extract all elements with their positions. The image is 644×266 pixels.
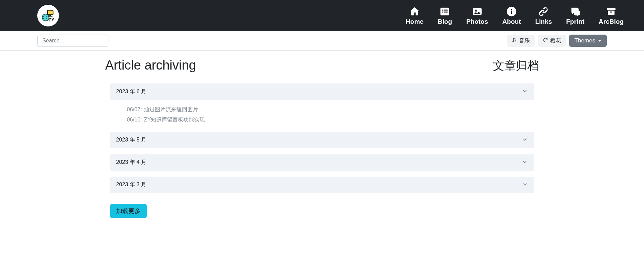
month-group: 2023 年 3 月 <box>105 177 539 193</box>
article-link[interactable]: 06/07: 通过图片流来返回图片 <box>127 104 533 115</box>
globe-zy-logo-icon: ZY <box>41 8 56 23</box>
brand-logo[interactable]: ZY <box>37 5 59 26</box>
month-header[interactable]: 2023 年 4 月 <box>110 154 534 171</box>
month-label: 2023 年 4 月 <box>116 159 147 166</box>
chip-label: 樱花 <box>550 37 561 44</box>
nav-label: ArcBlog <box>599 18 624 25</box>
svg-rect-6 <box>442 10 443 11</box>
nav-arcblog[interactable]: ArcBlog <box>599 6 624 25</box>
page-title-cn: 文章归档 <box>493 58 539 74</box>
sakura-button[interactable]: 樱花 <box>538 35 566 47</box>
month-header[interactable]: 2023 年 5 月 <box>110 132 534 148</box>
month-label: 2023 年 6 月 <box>116 88 147 95</box>
chip-label: 音乐 <box>519 37 530 44</box>
month-body: 06/07: 通过图片流来返回图片 06/10: ZY知识库留言板功能实现 <box>110 100 534 126</box>
list-icon <box>439 6 451 17</box>
article-title: ZY知识库留言板功能实现 <box>144 115 205 125</box>
month-group: 2023 年 5 月 <box>105 132 539 148</box>
svg-point-14 <box>511 9 512 10</box>
nav-about[interactable]: About <box>502 6 521 25</box>
svg-rect-9 <box>444 12 448 13</box>
article-link[interactable]: 06/10: ZY知识库留言板功能实现 <box>127 115 533 125</box>
page-title: Article archiving <box>105 58 196 73</box>
caret-down-icon <box>598 40 601 42</box>
nav-items: Home Blog Photos About Links <box>406 6 630 25</box>
chevron-down-icon <box>521 158 528 167</box>
chevron-down-icon <box>521 88 528 96</box>
themes-dropdown[interactable]: Themes <box>569 35 607 47</box>
month-header[interactable]: 2023 年 6 月 <box>110 83 534 100</box>
archive-icon <box>605 6 617 17</box>
month-label: 2023 年 3 月 <box>116 181 147 188</box>
link-icon <box>538 6 549 17</box>
nav-fprint[interactable]: Fprint <box>566 6 584 25</box>
image-icon <box>472 6 483 17</box>
svg-rect-1 <box>47 10 53 15</box>
article-date: 06/10: <box>127 115 142 125</box>
main-container: Article archiving 文章归档 2023 年 6 月 06/07:… <box>99 51 546 232</box>
info-icon <box>506 6 517 17</box>
nav-blog[interactable]: Blog <box>438 6 452 25</box>
month-group: 2023 年 6 月 06/07: 通过图片流来返回图片 06/10: ZY知识… <box>105 83 539 126</box>
svg-rect-15 <box>607 8 616 10</box>
svg-point-19 <box>515 40 516 41</box>
heading-row: Article archiving 文章归档 <box>105 58 539 77</box>
nav-label: Fprint <box>566 18 584 25</box>
article-title: 通过图片流来返回图片 <box>144 104 198 115</box>
nav-links[interactable]: Links <box>535 6 552 25</box>
top-navbar: ZY Home Blog Photos About <box>0 0 644 31</box>
svg-point-0 <box>42 14 49 21</box>
month-header[interactable]: 2023 年 3 月 <box>110 177 534 193</box>
home-icon <box>409 6 420 17</box>
themes-label: Themes <box>575 37 595 44</box>
svg-rect-16 <box>608 11 615 15</box>
svg-rect-8 <box>442 12 443 13</box>
svg-rect-13 <box>511 11 512 14</box>
month-group: 2023 年 4 月 <box>105 154 539 171</box>
svg-rect-17 <box>610 12 612 13</box>
svg-rect-7 <box>444 10 448 11</box>
nav-home[interactable]: Home <box>406 6 423 25</box>
music-button[interactable]: 音乐 <box>507 35 535 47</box>
svg-point-18 <box>513 41 514 42</box>
search-input[interactable] <box>37 35 108 47</box>
nav-label: Home <box>406 18 423 25</box>
nav-label: About <box>502 18 521 25</box>
svg-point-11 <box>475 10 477 12</box>
nav-label: Links <box>535 18 552 25</box>
music-icon <box>512 37 517 44</box>
svg-rect-3 <box>48 16 53 17</box>
article-date: 06/07: <box>127 104 142 115</box>
load-more-button[interactable]: 加载更多 <box>110 204 147 218</box>
nav-label: Blog <box>438 18 452 25</box>
nav-label: Photos <box>466 18 488 25</box>
nav-photos[interactable]: Photos <box>466 6 488 25</box>
svg-text:ZY: ZY <box>48 17 55 22</box>
refresh-icon <box>543 37 548 44</box>
chevron-down-icon <box>521 181 528 189</box>
svg-rect-2 <box>49 15 51 16</box>
toolbar: 音乐 樱花 Themes <box>0 31 644 51</box>
chevron-down-icon <box>521 136 528 144</box>
month-label: 2023 年 5 月 <box>116 136 147 144</box>
chat-icon <box>569 6 581 17</box>
